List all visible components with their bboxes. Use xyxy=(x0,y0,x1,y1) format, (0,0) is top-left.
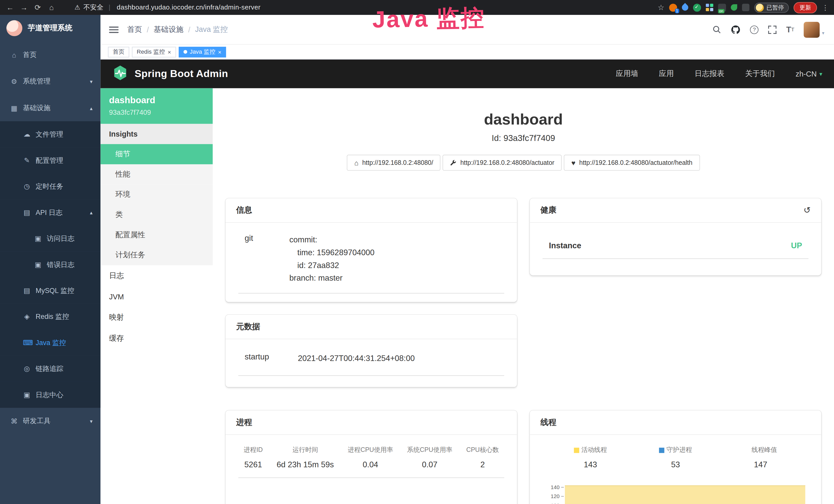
side-item-classes[interactable]: 类 xyxy=(101,205,213,225)
sidebar-item-java-monitor[interactable]: ⌨ Java 监控 xyxy=(0,330,101,356)
endpoint-url: http://192.168.0.2:48080/actuator/health xyxy=(579,159,693,166)
endpoint-base-link[interactable]: ⌂ http://192.168.0.2:48080/ xyxy=(347,155,440,171)
chevron-down-icon: ▾ xyxy=(90,78,92,84)
sidebar-item-access-log[interactable]: ▣ 访问日志 xyxy=(0,225,101,251)
doc-icon: ▣ xyxy=(23,391,31,399)
user-avatar[interactable]: ▾ xyxy=(804,22,825,38)
extension-leaf-icon[interactable] xyxy=(731,4,737,11)
chart-plot-area xyxy=(565,483,805,504)
sidebar-item-redis[interactable]: ◈ Redis 监控 xyxy=(0,303,101,329)
metadata-value: 2021-04-27T00:44:31.254+08:00 xyxy=(298,352,415,365)
sidebar-item-infra[interactable]: ▦ 基础设施 ▴ xyxy=(0,95,101,121)
tab-java-monitor[interactable]: Java 监控 × xyxy=(178,46,226,57)
toolbox-icon: ⌘ xyxy=(10,417,18,425)
main-column: 首页 / 基础设施 / Java 监控 ? TT ▾ xyxy=(101,15,834,504)
chevron-up-icon: ▴ xyxy=(90,105,92,111)
sba-brand[interactable]: Spring Boot Admin xyxy=(135,68,228,80)
extensions-puzzle-icon[interactable] xyxy=(742,4,749,11)
browser-menu-icon[interactable]: ⋮ xyxy=(822,3,829,11)
threads-chart: 140 120 100 xyxy=(543,483,808,504)
sba-body: dashboard 93a3fc7f7409 Insights 细节 性能 环境… xyxy=(101,88,834,504)
tab-home[interactable]: 首页 xyxy=(108,46,129,57)
reload-icon[interactable]: ⟳ xyxy=(33,3,42,12)
instance-id: 93a3fc7f7409 xyxy=(109,108,204,116)
sidebar-item-label: 文件管理 xyxy=(36,130,63,139)
hamburger-icon[interactable] xyxy=(109,26,119,33)
sidebar-item-dev-tools[interactable]: ⌘ 研发工具 ▾ xyxy=(0,408,101,434)
sidebar-item-jobs[interactable]: ◷ 定时任务 xyxy=(0,173,101,199)
app-logo-row[interactable]: 芋道管理系统 xyxy=(0,15,101,42)
search-icon[interactable] xyxy=(712,25,721,34)
sidebar-item-files[interactable]: ☁ 文件管理 xyxy=(0,121,101,147)
breadcrumb-infra[interactable]: 基础设施 xyxy=(154,25,183,34)
sidebar-item-api-log[interactable]: ▤ API 日志 ▴ xyxy=(0,200,101,225)
info-key: git xyxy=(238,233,289,284)
sidebar-item-label: 定时任务 xyxy=(36,182,63,191)
forward-icon[interactable]: → xyxy=(19,3,29,12)
side-item-metrics[interactable]: 性能 xyxy=(101,164,213,185)
side-section-mappings[interactable]: 映射 xyxy=(101,307,213,328)
app-logo xyxy=(6,20,22,36)
fullscreen-icon[interactable] xyxy=(768,25,777,33)
redis-icon: ◈ xyxy=(23,313,31,321)
github-icon[interactable] xyxy=(731,25,741,34)
endpoint-url: http://192.168.0.2:48080/actuator xyxy=(460,159,554,166)
side-item-config-props[interactable]: 配置属性 xyxy=(101,225,213,245)
side-item-scheduled-tasks[interactable]: 计划任务 xyxy=(101,245,213,266)
sba-logo-icon[interactable] xyxy=(112,65,128,83)
site-security[interactable]: ⚠ 不安全 | xyxy=(74,3,112,12)
sba-nav-applications[interactable]: 应用 xyxy=(659,69,674,78)
process-card-title: 进程 xyxy=(225,411,517,435)
tab-redis-monitor[interactable]: Redis 监控 × xyxy=(132,46,176,57)
close-icon[interactable]: × xyxy=(218,48,221,55)
font-size-icon[interactable]: TT xyxy=(786,25,794,34)
sba-language-select[interactable]: zh-CN ▾ xyxy=(795,70,822,78)
side-section-caches[interactable]: 缓存 xyxy=(101,328,213,349)
sidebar-item-trace[interactable]: ◎ 链路追踪 xyxy=(0,356,101,382)
extension-drop-icon[interactable] xyxy=(681,3,690,12)
sba-nav-journal[interactable]: 日志报表 xyxy=(695,69,724,78)
infra-icon: ▦ xyxy=(10,104,18,112)
sidebar-item-log-center[interactable]: ▣ 日志中心 xyxy=(0,382,101,408)
sidebar-item-system[interactable]: ⚙ 系统管理 ▾ xyxy=(0,68,101,95)
sba-nav-wallboard[interactable]: 应用墙 xyxy=(616,69,638,78)
breadcrumb-home[interactable]: 首页 xyxy=(127,25,142,34)
sidebar-item-config[interactable]: ✎ 配置管理 xyxy=(0,147,101,173)
health-card-title: 健康 xyxy=(541,205,556,215)
extension-orange-icon[interactable]: 1 xyxy=(669,3,677,11)
sidebar-item-label: API 日志 xyxy=(36,208,63,217)
endpoint-health-link[interactable]: ♥ http://192.168.0.2:48080/actuator/heal… xyxy=(564,155,700,171)
history-icon[interactable]: ↺ xyxy=(804,205,811,215)
back-icon[interactable]: ← xyxy=(5,3,15,12)
instance-header[interactable]: dashboard 93a3fc7f7409 xyxy=(101,88,213,124)
sidebar-item-error-log[interactable]: ▣ 错误日志 xyxy=(0,251,101,277)
sidebar-item-home[interactable]: ⌂ 首页 xyxy=(0,42,101,68)
threads-legend: 活动线程 143 守护进程 xyxy=(543,438,808,477)
side-item-details[interactable]: 细节 xyxy=(101,144,213,164)
doc-icon: ▣ xyxy=(34,234,42,243)
metadata-row-startup: startup 2021-04-27T00:44:31.254+08:00 xyxy=(238,343,504,376)
home-icon[interactable]: ⌂ xyxy=(47,3,56,12)
sidebar-item-mysql[interactable]: ▤ MySQL 监控 xyxy=(0,278,101,303)
side-section-jvm[interactable]: JVM xyxy=(101,287,213,307)
bookmark-star-icon[interactable]: ☆ xyxy=(658,3,664,12)
chrome-update-button[interactable]: 更新 xyxy=(794,2,817,13)
info-card-title: 信息 xyxy=(225,198,517,223)
sidebar-item-label: MySQL 监控 xyxy=(36,286,74,295)
side-section-logs[interactable]: 日志 xyxy=(101,265,213,287)
sba-nav-about[interactable]: 关于我们 xyxy=(745,69,775,78)
extension-on-icon[interactable]: on xyxy=(718,3,726,11)
side-item-environment[interactable]: 环境 xyxy=(101,185,213,205)
extension-check-icon[interactable] xyxy=(693,3,701,11)
help-icon[interactable]: ? xyxy=(750,25,759,33)
metadata-card-title: 元数据 xyxy=(225,315,517,339)
extension-grid-icon[interactable] xyxy=(706,4,713,11)
profile-paused-pill[interactable]: 已暂停 xyxy=(754,2,789,12)
sidebar-item-label: 系统管理 xyxy=(23,76,50,86)
breadcrumb-separator: / xyxy=(147,25,149,33)
trace-icon: ◎ xyxy=(23,365,31,373)
endpoint-actuator-link[interactable]: http://192.168.0.2:48080/actuator xyxy=(443,155,562,171)
address-bar[interactable]: dashboard.yudao.iocoder.cn/infra/admin-s… xyxy=(117,4,261,11)
sidebar-item-label: Redis 监控 xyxy=(36,312,69,321)
close-icon[interactable]: × xyxy=(168,48,171,55)
